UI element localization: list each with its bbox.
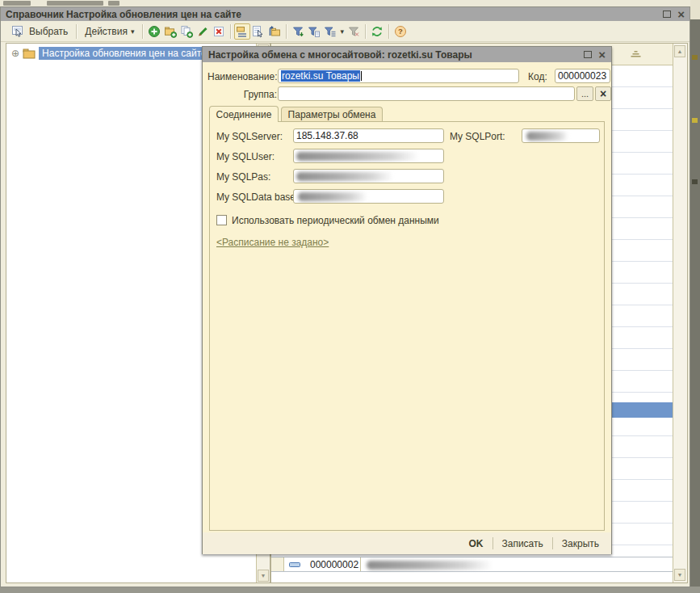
mysql-password-label: My SQLPas: <box>216 171 270 183</box>
table-row[interactable]: 000000002 <box>271 557 673 572</box>
name-label: Наименование: <box>207 71 277 82</box>
redacted-value <box>296 152 419 161</box>
help-button[interactable]: ? <box>392 23 409 40</box>
toolbar-separator <box>230 24 231 39</box>
maximize-icon[interactable] <box>663 11 671 18</box>
maximize-icon[interactable] <box>584 51 592 58</box>
filter-doc-button[interactable] <box>306 23 322 40</box>
toolbar-separator <box>388 24 389 39</box>
filter-set-icon <box>291 25 304 38</box>
add-group-button[interactable] <box>162 23 178 40</box>
add-icon <box>148 25 161 38</box>
main-toolbar: Выбрать Действия ▾ <box>1 21 690 42</box>
mysql-port-label: My SQLPort: <box>450 131 505 142</box>
group-browse-button[interactable]: ... <box>576 86 593 101</box>
clear-icon: × <box>600 90 606 98</box>
background-text-fragment <box>3 1 31 6</box>
hierarchy-view-icon <box>236 25 249 38</box>
filter-set-button[interactable] <box>290 23 306 40</box>
filter-clear-icon <box>347 25 360 38</box>
expand-icon[interactable]: ⊕ <box>11 48 19 59</box>
group-clear-button[interactable]: × <box>595 86 611 101</box>
name-input-selected-text: rozetki.su Товары <box>281 70 360 82</box>
periodic-exchange-label: Использовать периодический обмен данными <box>232 215 439 226</box>
scroll-down-icon[interactable]: ▼ <box>258 570 269 582</box>
mysql-server-label: My SQLServer: <box>216 131 283 142</box>
copy-icon <box>180 25 193 38</box>
edit-button[interactable] <box>195 23 211 40</box>
scroll-down-icon[interactable]: ▼ <box>674 569 685 581</box>
main-window-titlebar[interactable]: Справочник Настройка обновления цен на с… <box>1 7 690 21</box>
filter-list-button[interactable]: ▾ <box>322 24 346 39</box>
dialog-titlebar[interactable]: Настройка обмена с многосайтовой: rozetk… <box>203 47 611 62</box>
background-mark <box>692 179 698 184</box>
row-code: 000000002 <box>310 559 358 570</box>
code-input[interactable]: 000000023 <box>555 69 610 83</box>
periodic-exchange-checkbox[interactable] <box>216 215 227 225</box>
schedule-link[interactable]: <Расписание не задано> <box>216 237 329 248</box>
add-group-icon <box>164 25 177 38</box>
table-cell-group <box>271 557 284 571</box>
item-dash-icon <box>289 561 300 569</box>
mysql-port-input[interactable] <box>522 128 600 143</box>
filter-list-icon <box>324 25 337 38</box>
background-text-fragment <box>108 1 119 6</box>
mysql-user-input[interactable] <box>293 149 444 163</box>
hierarchy-view-button[interactable] <box>234 23 250 40</box>
close-button[interactable]: Закрыть <box>555 536 606 551</box>
delete-button[interactable] <box>211 23 227 40</box>
actions-menu-button[interactable]: Действия ▾ <box>80 24 139 39</box>
write-button[interactable]: Записать <box>495 536 551 551</box>
list-select-icon <box>252 25 265 38</box>
delete-icon <box>212 25 225 38</box>
table-scrollbar[interactable]: ▲ ▼ <box>673 44 687 582</box>
dialog-button-strip: OK Записать Закрыть <box>203 532 611 554</box>
redacted-value <box>526 132 568 141</box>
mysql-server-input[interactable]: 185.148.37.68 <box>293 128 444 143</box>
redacted-value <box>298 192 367 201</box>
edit-icon <box>196 25 209 38</box>
group-input[interactable] <box>278 86 575 101</box>
copy-button[interactable] <box>178 23 195 40</box>
help-icon: ? <box>394 25 407 38</box>
tree-item-root[interactable]: ⊕ Настройка обновления цен на сайте <box>11 47 210 60</box>
main-window-title: Справочник Настройка обновления цен на с… <box>6 9 663 20</box>
toolbar-separator <box>365 24 366 39</box>
refresh-icon <box>371 25 384 38</box>
chevron-down-icon: ▾ <box>340 27 344 36</box>
scroll-up-icon[interactable]: ▲ <box>674 45 685 57</box>
chevron-down-icon: ▾ <box>131 27 135 36</box>
mysql-database-input[interactable] <box>293 189 444 204</box>
background-mark <box>692 118 698 123</box>
select-button[interactable]: Выбрать <box>5 22 73 41</box>
tab-connection[interactable]: Соединение <box>209 106 279 122</box>
list-select-button[interactable] <box>250 23 266 40</box>
dialog-title: Настройка обмена с многосайтовой: rozetk… <box>208 49 584 61</box>
connection-tab-panel: My SQLServer: 185.148.37.68 My SQLPort: … <box>209 121 605 531</box>
toolbar-separator <box>286 24 287 39</box>
mysql-database-label: My SQLData base: <box>216 191 298 203</box>
tree-item-label: Настройка обновления цен на сайте <box>39 47 210 60</box>
filter-clear-button[interactable] <box>346 23 362 40</box>
background-strip <box>690 0 700 19</box>
close-icon[interactable]: × <box>598 51 606 59</box>
code-label: Код: <box>528 71 547 82</box>
actions-menu-label: Действия <box>85 26 128 37</box>
select-button-label: Выбрать <box>29 26 68 37</box>
move-to-group-button[interactable] <box>266 23 283 40</box>
tab-connection-label: Соединение <box>216 109 272 120</box>
tab-exchange-params[interactable]: Параметры обмена <box>281 107 383 122</box>
column-divider <box>360 557 361 571</box>
sort-icon <box>630 48 642 60</box>
refresh-button[interactable] <box>369 23 385 40</box>
button-separator <box>493 537 493 549</box>
add-button[interactable] <box>146 23 162 40</box>
screen: Справочник Настройка обновления цен на с… <box>0 0 700 593</box>
close-icon[interactable]: × <box>677 11 685 19</box>
group-label: Группа: <box>207 89 277 100</box>
ok-button[interactable]: OK <box>462 536 491 551</box>
mysql-password-input[interactable] <box>293 169 444 183</box>
name-input[interactable]: rozetki.su Товары <box>278 69 519 83</box>
toolbar-separator <box>142 24 143 39</box>
background-strip-bottom <box>0 587 700 593</box>
